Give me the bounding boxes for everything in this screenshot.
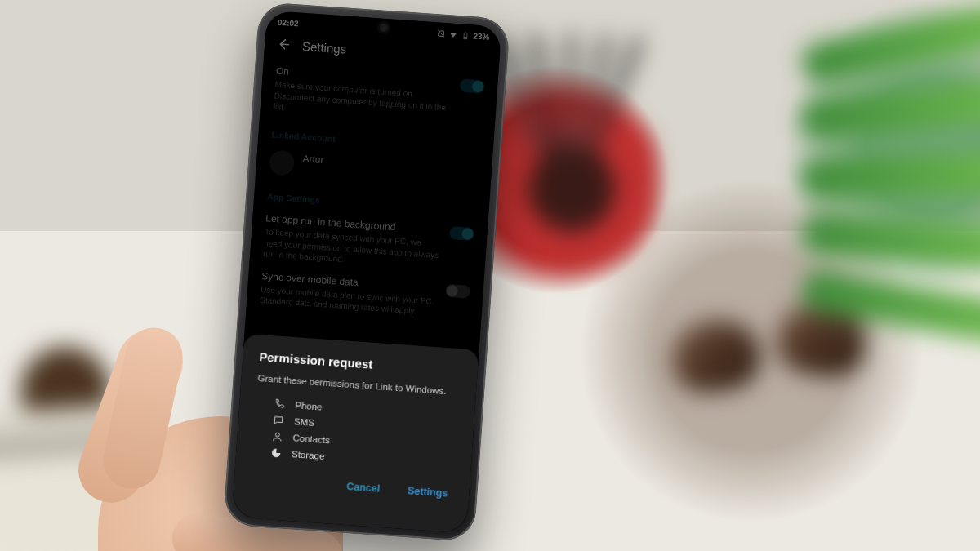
setting-connection[interactable]: On Make sure your computer is turned on.… <box>273 60 485 131</box>
phone-frame: 02:02 23% Settings On Make sure your com… <box>223 2 510 542</box>
page-title: Settings <box>302 38 347 56</box>
svg-rect-1 <box>465 33 466 33</box>
permission-dialog: Permission request Grant these permissio… <box>232 334 479 534</box>
permission-label: Contacts <box>292 433 330 445</box>
permission-phone: Phone <box>256 394 459 424</box>
camera-notch <box>380 23 389 32</box>
permission-label: SMS <box>294 416 315 428</box>
setting-subtitle: Use your mobile data plan to sync with y… <box>260 284 437 318</box>
setting-mobile-data[interactable]: Sync over mobile data Use your mobile da… <box>259 264 470 326</box>
setting-subtitle: Make sure your computer is turned on. Di… <box>273 79 451 124</box>
cancel-button[interactable]: Cancel <box>346 481 381 495</box>
section-linked-account: Linked Account <box>271 128 480 154</box>
back-icon[interactable] <box>276 37 292 52</box>
status-time: 02:02 <box>278 18 299 29</box>
linked-account-row[interactable]: Artur <box>269 144 479 193</box>
dialog-body: Grant these permissions for Link to Wind… <box>257 371 461 398</box>
about-link[interactable]: About Link to Windows <box>245 505 328 520</box>
permission-contacts: Contacts <box>253 427 457 457</box>
dialog-title: Permission request <box>259 349 462 377</box>
setting-title: On <box>275 64 452 90</box>
permission-sms: SMS <box>254 411 457 441</box>
phone-icon <box>274 398 286 410</box>
settings-content: On Make sure your computer is turned on.… <box>246 59 498 327</box>
storage-icon <box>270 447 283 459</box>
setting-title: Let app run in the background <box>265 211 443 237</box>
contacts-icon <box>271 430 283 442</box>
svg-point-2 <box>275 433 279 437</box>
toggle-background[interactable] <box>449 226 474 241</box>
sms-icon <box>273 414 285 426</box>
svg-rect-0 <box>464 37 466 38</box>
settings-button[interactable]: Settings <box>408 485 448 499</box>
toggle-connection[interactable] <box>460 78 485 93</box>
wifi-icon <box>448 29 458 39</box>
phone-screen: 02:02 23% Settings On Make sure your com… <box>232 11 502 534</box>
battery-icon <box>461 30 470 40</box>
section-app-settings: App Settings <box>267 190 476 216</box>
avatar <box>269 149 295 176</box>
dialog-scrim[interactable] <box>232 11 502 534</box>
status-bar: 02:02 23% <box>265 11 501 46</box>
permission-label: Storage <box>292 449 325 461</box>
hand-holding-phone <box>65 204 490 551</box>
permission-storage: Storage <box>252 443 456 473</box>
account-name: Artur <box>302 152 479 177</box>
app-bar: Settings <box>264 29 501 75</box>
toggle-mobile-data[interactable] <box>445 284 470 299</box>
permission-label: Phone <box>295 400 323 411</box>
setting-subtitle: To keep your data synced with your PC, w… <box>263 226 441 271</box>
battery-percent: 23% <box>473 31 490 41</box>
setting-title: Sync over mobile data <box>261 269 439 295</box>
setting-background[interactable]: Let app run in the background To keep yo… <box>262 207 474 278</box>
no-sim-icon <box>436 29 446 38</box>
